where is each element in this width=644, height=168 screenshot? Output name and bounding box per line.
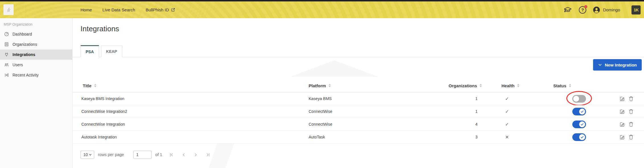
sort-icon[interactable] xyxy=(94,84,96,87)
training-graduation-cap-icon[interactable] xyxy=(564,6,572,14)
new-integration-label: New Integration xyxy=(605,63,637,67)
nav-item-label: Live Data Search xyxy=(102,7,135,12)
cell-platform: AutoTask xyxy=(309,131,325,143)
cell-platform: Kaseya BMS xyxy=(309,92,332,105)
user-avatar-icon[interactable] xyxy=(593,6,600,14)
status-toggle[interactable] xyxy=(572,133,586,141)
column-header-health[interactable]: Health xyxy=(501,79,519,92)
cell-organizations-count: 4 xyxy=(459,118,494,130)
delete-button[interactable] xyxy=(628,96,634,102)
nav-item-label: BullPhish ID xyxy=(146,7,169,12)
column-header-label: Organizations xyxy=(449,83,477,88)
chevron-down-icon xyxy=(598,63,602,67)
cell-organizations-count: 1 xyxy=(459,92,494,105)
cell-actions xyxy=(619,92,639,105)
sidebar-item-organizations[interactable]: Organizations xyxy=(0,39,72,49)
column-header-label: Status xyxy=(553,83,566,88)
nav-item-bullphish-id[interactable]: BullPhish ID xyxy=(146,7,175,12)
sort-icon[interactable] xyxy=(329,84,331,87)
page-count-label: of 1 xyxy=(155,152,162,157)
select-chevron-icon xyxy=(89,153,92,156)
column-header-label: Health xyxy=(501,83,515,88)
cell-status xyxy=(569,92,589,105)
delete-button[interactable] xyxy=(628,109,634,115)
new-integration-button[interactable]: New Integration xyxy=(593,59,642,70)
kaseya-brand-logo[interactable]: 1K xyxy=(631,5,641,14)
toggle-knob xyxy=(579,121,585,127)
sidebar-item-recent-activity[interactable]: Recent Activity xyxy=(0,70,72,80)
sidebar-item-label: Recent Activity xyxy=(13,73,39,77)
column-header-label: Title xyxy=(83,83,92,88)
edit-button[interactable] xyxy=(619,109,625,115)
tab-bar: PSAKEAP xyxy=(80,45,122,57)
last-page-button[interactable] xyxy=(206,152,210,157)
status-toggle[interactable] xyxy=(572,95,586,103)
plug-icon xyxy=(4,52,9,57)
topbar: HomeLive Data SearchBullPhish ID ? Domin… xyxy=(0,1,644,18)
tab-keap[interactable]: KEAP xyxy=(101,45,122,57)
pagination: 10 rows per page of 1 xyxy=(80,150,210,159)
edit-button[interactable] xyxy=(619,96,625,102)
column-header-label: Platform xyxy=(309,83,326,88)
rows-per-page-value: 10 xyxy=(83,152,88,157)
edit-button[interactable] xyxy=(619,134,625,140)
column-header-title[interactable]: Title xyxy=(83,79,96,92)
sidebar-item-integrations[interactable]: Integrations xyxy=(0,49,72,60)
column-header-organizations[interactable]: Organizations xyxy=(449,79,482,92)
health-check-icon: ✓ xyxy=(489,118,525,130)
cell-organizations-count: 1 xyxy=(459,105,494,118)
cell-platform: ConnectWise xyxy=(309,118,332,130)
sidebar-item-label: Integrations xyxy=(13,52,35,57)
tab-psa[interactable]: PSA xyxy=(80,45,99,57)
table-row: Autotask IntegrationAutoTask3✕ xyxy=(73,131,644,144)
delete-button[interactable] xyxy=(628,121,634,127)
delete-button[interactable] xyxy=(628,134,634,140)
cell-organizations-count: 3 xyxy=(459,131,494,143)
notification-dot xyxy=(584,5,587,8)
page-number-input[interactable] xyxy=(133,151,152,159)
table-row: ConnectWise IntegrationConnectWise4✓ xyxy=(73,118,644,131)
sort-icon[interactable] xyxy=(517,84,519,87)
table-header: TitlePlatformOrganizationsHealthStatus xyxy=(73,79,644,92)
previous-page-button[interactable] xyxy=(181,152,186,157)
nav-item-live-data-search[interactable]: Live Data Search xyxy=(102,7,135,12)
nav-item-home[interactable]: Home xyxy=(80,7,92,12)
cell-actions xyxy=(619,131,639,143)
cell-status xyxy=(569,131,589,143)
health-check-icon: ✓ xyxy=(489,92,525,105)
sort-icon[interactable] xyxy=(569,84,571,87)
gauge-icon xyxy=(4,32,9,37)
sidebar-item-label: Users xyxy=(13,63,23,67)
app-logo[interactable] xyxy=(3,4,14,15)
column-header-platform[interactable]: Platform xyxy=(309,79,331,92)
first-page-button[interactable] xyxy=(169,152,174,157)
status-toggle[interactable] xyxy=(572,121,586,128)
edit-button[interactable] xyxy=(619,121,625,127)
topbar-nav: HomeLive Data SearchBullPhish ID xyxy=(80,1,175,18)
sidebar-section-label: MSP Organization xyxy=(0,18,72,29)
table-row: ConnectWise Integration2ConnectWise1✓ xyxy=(73,105,644,118)
sidebar-item-dashboard[interactable]: Dashboard xyxy=(0,29,72,39)
sidebar-item-users[interactable]: Users xyxy=(0,60,72,70)
building-icon xyxy=(4,42,9,47)
next-page-button[interactable] xyxy=(193,152,198,157)
toggle-knob xyxy=(573,96,579,102)
cell-actions xyxy=(619,105,639,118)
shuffle-icon xyxy=(4,72,9,78)
tabs-divider xyxy=(73,57,644,57)
cell-title: ConnectWise Integration xyxy=(81,118,125,130)
rows-per-page-select[interactable]: 10 xyxy=(80,151,94,159)
cell-title: Autotask Integration xyxy=(81,131,117,143)
help-icon[interactable]: ? xyxy=(579,6,586,14)
sidebar-item-label: Dashboard xyxy=(13,32,32,36)
status-toggle[interactable] xyxy=(572,108,586,115)
cell-platform: ConnectWise xyxy=(309,105,332,118)
toggle-knob xyxy=(579,109,585,115)
sort-icon[interactable] xyxy=(480,84,482,87)
cell-title: ConnectWise Integration2 xyxy=(81,105,127,118)
user-name[interactable]: Domingo xyxy=(603,7,620,12)
column-header-status[interactable]: Status xyxy=(553,79,571,92)
topbar-right-cluster: ? Domingo 1K xyxy=(564,1,641,18)
users-icon xyxy=(4,62,9,67)
cell-status xyxy=(569,118,589,130)
